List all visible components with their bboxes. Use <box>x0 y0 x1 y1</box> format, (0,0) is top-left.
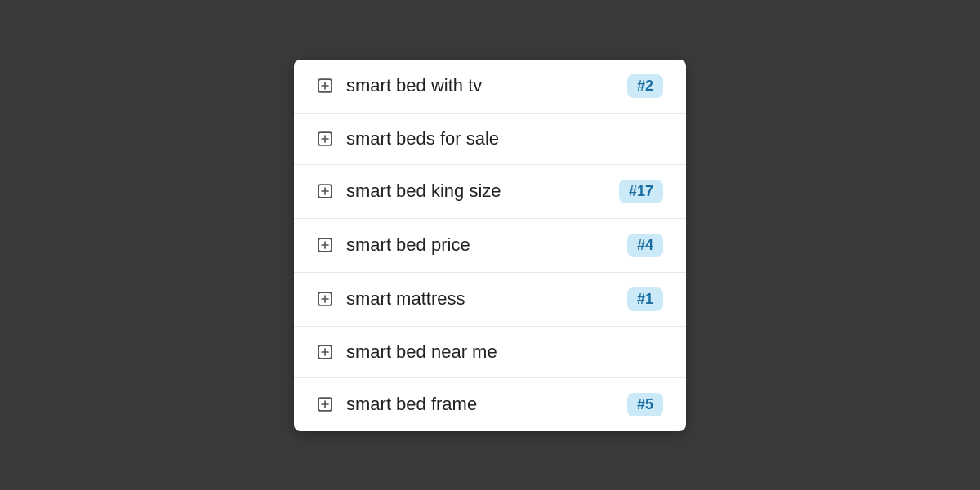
list-item[interactable]: smart mattress#1 <box>294 273 686 327</box>
keyword-list-card: smart bed with tv#2 smart beds for sale … <box>294 60 686 431</box>
expand-icon[interactable] <box>317 344 333 360</box>
rank-badge: #1 <box>627 287 663 311</box>
list-item[interactable]: smart bed price#4 <box>294 219 686 273</box>
list-item[interactable]: smart bed frame#5 <box>294 378 686 431</box>
list-item[interactable]: smart bed near me <box>294 327 686 378</box>
expand-icon[interactable] <box>317 78 333 94</box>
expand-icon[interactable] <box>317 237 333 253</box>
keyword-label: smart bed frame <box>346 394 614 415</box>
keyword-label: smart beds for sale <box>346 128 663 149</box>
keyword-label: smart bed price <box>346 234 614 256</box>
rank-badge: #2 <box>627 74 663 98</box>
list-item[interactable]: smart bed with tv#2 <box>294 60 686 114</box>
expand-icon[interactable] <box>317 291 333 307</box>
keyword-label: smart mattress <box>346 288 614 310</box>
keyword-label: smart bed near me <box>346 341 663 363</box>
list-item[interactable]: smart beds for sale <box>294 114 686 165</box>
expand-icon[interactable] <box>317 131 333 147</box>
expand-icon[interactable] <box>317 183 333 199</box>
rank-badge: #4 <box>627 234 663 257</box>
rank-badge: #5 <box>627 393 663 416</box>
expand-icon[interactable] <box>317 396 333 412</box>
rank-badge: #17 <box>619 180 663 203</box>
keyword-label: smart bed with tv <box>346 75 614 96</box>
keyword-label: smart bed king size <box>346 180 606 202</box>
list-item[interactable]: smart bed king size#17 <box>294 165 686 219</box>
